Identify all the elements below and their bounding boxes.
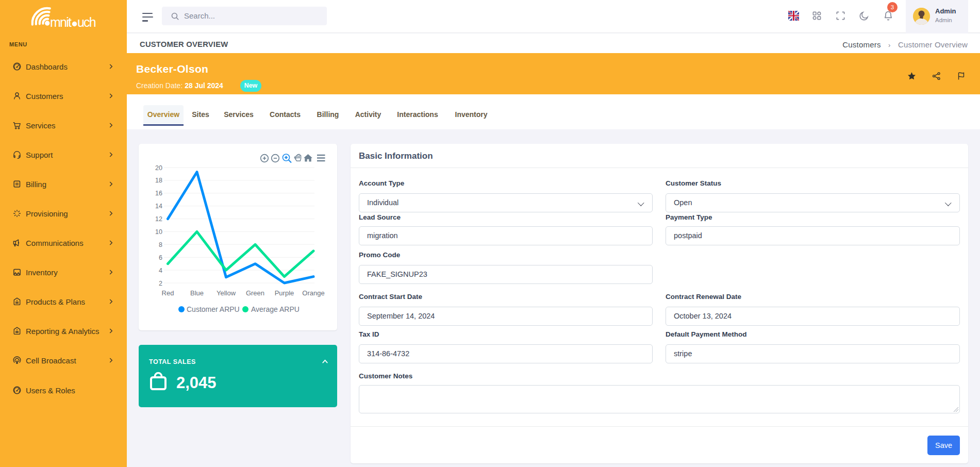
- svg-text:Blue: Blue: [190, 289, 204, 297]
- svg-text:20: 20: [155, 164, 162, 172]
- svg-text:Green: Green: [246, 289, 264, 297]
- svg-text:6: 6: [159, 254, 162, 261]
- svg-text:10: 10: [155, 228, 162, 236]
- svg-text:12: 12: [155, 215, 162, 223]
- svg-text:8: 8: [159, 241, 162, 248]
- svg-text:14: 14: [155, 203, 162, 210]
- svg-text:Yellow: Yellow: [217, 289, 236, 297]
- svg-text:4: 4: [159, 267, 162, 274]
- svg-text:Orange: Orange: [302, 289, 324, 297]
- svg-text:Customer ARPU: Customer ARPU: [187, 305, 240, 313]
- svg-text:mnit: mnit: [50, 15, 72, 29]
- svg-text:Red: Red: [162, 289, 174, 297]
- svg-text:Average ARPU: Average ARPU: [251, 305, 300, 313]
- svg-text:18: 18: [155, 177, 162, 184]
- svg-text:16: 16: [155, 190, 162, 197]
- svg-text:Purple: Purple: [275, 289, 294, 297]
- svg-text:2: 2: [159, 280, 162, 287]
- svg-text:uch: uch: [77, 15, 96, 29]
